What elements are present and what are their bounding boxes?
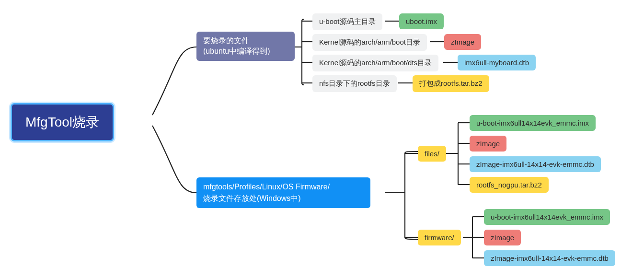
source-kernel-boot: Kernel源码的arch/arm/boot目录 xyxy=(312,34,427,51)
files-uboot-imx: u-boot-imx6ull14x14evk_emmc.imx xyxy=(470,115,596,131)
folder-files[interactable]: files/ xyxy=(418,146,446,162)
root-node[interactable]: MfgTool烧录 xyxy=(11,103,114,141)
folder-firmware[interactable]: firmware/ xyxy=(418,230,461,245)
output-uboot-imx: uboot.imx xyxy=(399,13,444,29)
firmware-zimage: zImage xyxy=(484,230,521,245)
branch-files-to-burn[interactable]: 要烧录的文件(ubuntu中编译得到) xyxy=(196,32,295,61)
firmware-dtb: zImage-imx6ull-14x14-evk-emmc.dtb xyxy=(484,250,615,266)
source-uboot: u-boot源码主目录 xyxy=(312,13,382,30)
output-dtb: imx6ull-myboard.dtb xyxy=(458,55,536,70)
root-label: MfgTool烧录 xyxy=(25,113,99,131)
source-kernel-dts: Kernel源码的arch/arm/boot/dts目录 xyxy=(312,55,438,71)
firmware-uboot-imx: u-boot-imx6ull14x14evk_emmc.imx xyxy=(484,209,610,225)
files-dtb: zImage-imx6ull-14x14-evk-emmc.dtb xyxy=(470,156,601,172)
branch2-label: mfgtools/Profiles/Linux/OS Firmware/烧录文件… xyxy=(203,181,330,204)
output-rootfs: 打包成rootfs.tar.bz2 xyxy=(413,75,489,92)
files-zimage: zImage xyxy=(470,136,506,152)
files-rootfs: rootfs_nogpu.tar.bz2 xyxy=(470,177,549,193)
output-zimage: zImage xyxy=(444,34,481,50)
branch1-label: 要烧录的文件(ubuntu中编译得到) xyxy=(203,35,270,57)
branch-firmware-location[interactable]: mfgtools/Profiles/Linux/OS Firmware/烧录文件… xyxy=(196,177,370,208)
source-rootfs: nfs目录下的rootfs目录 xyxy=(312,75,397,92)
